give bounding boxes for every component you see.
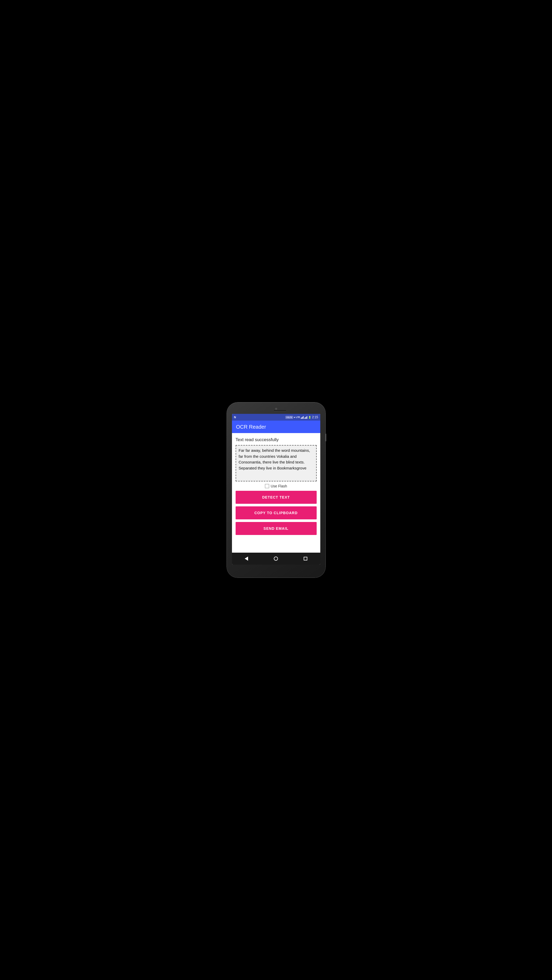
phone-device: N VOLTE ▾ LTE 🔋 2:15 <box>227 402 325 578</box>
app-bar: OCR Reader <box>232 421 320 433</box>
power-button <box>325 434 326 441</box>
status-right: VOLTE ▾ LTE 🔋 2:15 <box>286 415 318 419</box>
battery-icon: 🔋 <box>308 416 311 419</box>
signal-bars <box>301 416 304 419</box>
content-area: Text read successfully Far far away, beh… <box>232 433 320 553</box>
use-flash-checkbox[interactable] <box>265 484 269 488</box>
notification-icon: N <box>234 416 236 419</box>
signal-bar-2 <box>301 417 302 419</box>
lte-text: LTE <box>296 416 300 418</box>
status-bar: N VOLTE ▾ LTE 🔋 2:15 <box>232 414 320 421</box>
phone-bottom <box>229 566 323 569</box>
send-email-button[interactable]: SEND EMAIL <box>236 522 317 535</box>
signal-bar-3 <box>302 417 303 419</box>
wifi-icon: ▾ <box>294 416 295 419</box>
clock: 2:15 <box>312 415 318 419</box>
home-icon <box>274 557 278 561</box>
signal-bar-4 <box>303 416 304 419</box>
bottom-nav <box>232 553 320 565</box>
detect-text-button[interactable]: DETECT TEXT <box>236 491 317 504</box>
screen: N VOLTE ▾ LTE 🔋 2:15 <box>232 414 320 565</box>
home-button[interactable] <box>270 555 282 562</box>
signal-bar-1 <box>301 418 301 419</box>
flash-option-row: Use Flash <box>236 484 317 488</box>
success-message: Text read successfully <box>236 437 317 442</box>
volte-badge: VOLTE <box>286 416 293 419</box>
back-button[interactable] <box>241 555 252 562</box>
signal-bar-6 <box>305 417 306 419</box>
back-icon <box>245 557 248 561</box>
signal-bar-5 <box>305 418 305 419</box>
signal-bars-2 <box>305 416 307 419</box>
use-flash-label: Use Flash <box>271 484 287 488</box>
app-title: OCR Reader <box>236 424 266 430</box>
recents-button[interactable] <box>300 555 311 562</box>
ocr-text-box: Far far away, behind the word mountains,… <box>236 445 317 481</box>
recents-icon <box>304 557 307 560</box>
status-left: N <box>234 416 236 419</box>
speaker <box>274 410 287 411</box>
copy-clipboard-button[interactable]: COPY TO CLIPBOARD <box>236 506 317 519</box>
phone-top <box>229 406 323 413</box>
signal-bar-7 <box>306 417 306 419</box>
signal-bar-8 <box>307 416 307 419</box>
